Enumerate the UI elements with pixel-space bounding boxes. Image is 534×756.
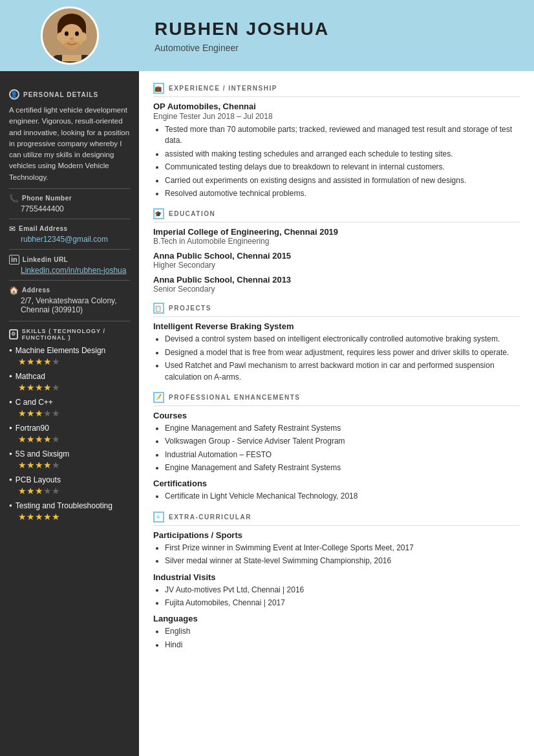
list-item: Designed a model that is free from wear …: [165, 347, 520, 358]
skill-stars: ★★★★★: [9, 382, 130, 393]
list-item: First Prize winner in Swimming Event at …: [165, 543, 520, 554]
header-content: RUBHEN JOSHUA Automotive Engineer: [155, 19, 329, 53]
list-item: Certificate in Light Vehicle Mechanical …: [165, 491, 520, 502]
list-item: Tested more than 70 automobile parts; tr…: [165, 124, 520, 147]
list-item: Carried out experiments on existing desi…: [165, 175, 520, 186]
certs-list: Certificate in Light Vehicle Mechanical …: [153, 491, 520, 502]
svg-rect-11: [62, 55, 81, 61]
list-item: assisted with making testing schedules a…: [165, 149, 520, 160]
skills-icon: ⚙: [9, 329, 18, 340]
skill-item: ● Machine Elements Design ★★★★★: [9, 346, 130, 367]
projects-title: 📋 PROJECTS: [153, 303, 520, 317]
main-content: 💼 EXPERIENCE / INTERNSHIP OP Automobiles…: [139, 71, 534, 756]
svg-point-8: [70, 38, 74, 40]
email-value: rubher12345@gmail.com: [9, 235, 130, 244]
skill-item: ● Testing and Troubleshooting ★★★★★: [9, 501, 130, 522]
edu-degree: Higher Secondary: [153, 261, 520, 270]
edu-entry: Anna Public School, Chennai 2015 Higher …: [153, 251, 520, 270]
edu-degree: B.Tech in Automobile Engineering: [153, 237, 520, 246]
skill-stars: ★★★★★: [9, 356, 130, 367]
projects-section: 📋 PROJECTS Intelligent Reverse Braking S…: [153, 303, 520, 383]
skill-stars: ★★★★★: [9, 512, 130, 522]
courses-heading: Courses: [153, 411, 520, 420]
industrial-heading: Industrial Visits: [153, 572, 520, 582]
skill-name: Machine Elements Design: [16, 346, 105, 355]
linkedin-icon: in: [9, 255, 19, 265]
skill-item: ● PCB Layouts ★★★★★: [9, 475, 130, 496]
skill-item: ● 5S and Sixsigm ★★★★★: [9, 449, 130, 470]
email-section: ✉ Email Address rubher12345@gmail.com: [9, 224, 130, 244]
email-icon: ✉: [9, 224, 16, 233]
candidate-name: RUBHEN JOSHUA: [155, 19, 329, 39]
skills-section: ⚙ SKILLS ( TECHNOLOGY / FUNCTIONAL ) ● M…: [9, 328, 130, 522]
skill-item: ● C and C++ ★★★★★: [9, 398, 130, 418]
address-icon: 🏠: [9, 286, 19, 295]
enhancements-icon: 📝: [153, 392, 164, 403]
skill-item: ● Mathcad ★★★★★: [9, 372, 130, 393]
sidebar: 👤 PERSONAL DETAILS A certified light veh…: [0, 71, 139, 756]
list-item: Used Ratchet and Pawl mechanism to arres…: [165, 360, 520, 383]
project-name: Intelligent Reverse Braking System: [153, 321, 520, 331]
enhancements-section: 📝 PROFESSIONAL ENHANCEMENTS Courses Engi…: [153, 392, 520, 502]
edu-entry: Imperial College of Engineering, Chennai…: [153, 227, 520, 246]
list-item: English: [165, 626, 520, 637]
phone-value: 7755444400: [9, 204, 130, 213]
skill-name: Testing and Troubleshooting: [16, 501, 112, 510]
edu-school: Anna Public School, Chennai 2013: [153, 275, 520, 285]
personal-section: 👤 PERSONAL DETAILS A certified light veh…: [9, 89, 130, 314]
education-icon: 🎓: [153, 208, 164, 219]
svg-point-4: [57, 32, 63, 41]
bio-text: A certified light vehicle development en…: [9, 105, 130, 183]
avatar: [41, 6, 99, 65]
skills-section-title: ⚙ SKILLS ( TECHNOLOGY / FUNCTIONAL ): [9, 328, 130, 341]
email-label: Email Address: [19, 225, 68, 232]
skill-item: ● Fortran90 ★★★★★: [9, 424, 130, 444]
list-item: JV Auto-motives Pvt Ltd, Chennai | 2016: [165, 585, 520, 596]
skill-stars: ★★★★★: [9, 486, 130, 496]
job-role: Engine Tester Jun 2018 – Jul 2018: [153, 112, 520, 121]
phone-section: 📞 Phone Number 7755444400: [9, 194, 130, 213]
skill-stars: ★★★★★: [9, 434, 130, 444]
skill-stars: ★★★★★: [9, 460, 130, 470]
education-entries: Imperial College of Engineering, Chennai…: [153, 227, 520, 294]
skill-stars: ★★★★★: [9, 408, 130, 418]
list-item: Devised a control system based on intell…: [165, 334, 520, 345]
skill-name: C and C++: [16, 398, 53, 407]
person-icon: 👤: [9, 89, 19, 100]
sports-heading: Participations / Sports: [153, 530, 520, 540]
experience-icon: 💼: [153, 83, 164, 94]
address-section: 🏠 Address 2/7, Venkateshwara Colony, Che…: [9, 286, 130, 314]
projects-icon: 📋: [153, 303, 164, 314]
list-item: Resolved automotive technical problems.: [165, 188, 520, 199]
phone-label: Phone Number: [22, 195, 72, 202]
svg-point-5: [80, 32, 87, 41]
list-item: Silver medal winner at State-level Swimm…: [165, 556, 520, 567]
certs-heading: Certifications: [153, 479, 520, 488]
skill-name: Fortran90: [16, 424, 49, 433]
extra-title: + EXTRA-CURRICULAR: [153, 512, 520, 526]
phone-icon: 📞: [9, 194, 19, 203]
skills-list: ● Machine Elements Design ★★★★★ ● Mathca…: [9, 346, 130, 522]
experience-title: 💼 EXPERIENCE / INTERNSHIP: [153, 83, 520, 97]
skill-name: 5S and Sixsigm: [16, 449, 69, 459]
industrial-list: JV Auto-motives Pvt Ltd, Chennai | 2016F…: [153, 585, 520, 609]
edu-entry: Anna Public School, Chennai 2013 Senior …: [153, 275, 520, 294]
company-name: OP Automobiles, Chennai: [153, 102, 520, 111]
lang-heading: Languages: [153, 614, 520, 623]
list-item: Communicated testing delays due to break…: [165, 162, 520, 173]
education-section: 🎓 EDUCATION Imperial College of Engineer…: [153, 208, 520, 294]
education-title: 🎓 EDUCATION: [153, 208, 520, 222]
svg-point-7: [75, 32, 79, 36]
candidate-title: Automotive Engineer: [155, 43, 329, 53]
list-item: Fujita Automobiles, Chennai | 2017: [165, 598, 520, 609]
experience-bullets: Tested more than 70 automobile parts; tr…: [153, 124, 520, 199]
linkedin-section: in Linkedin URL Linkedin.com/in/rubhen-j…: [9, 255, 130, 275]
edu-school: Anna Public School, Chennai 2015: [153, 251, 520, 261]
list-item: Hindi: [165, 640, 520, 651]
list-item: Volkswagen Group - Service Adviser Talen…: [165, 436, 520, 447]
enhancements-title: 📝 PROFESSIONAL ENHANCEMENTS: [153, 392, 520, 406]
svg-point-9: [63, 41, 81, 50]
linkedin-label: Linkedin URL: [23, 256, 68, 263]
experience-section: 💼 EXPERIENCE / INTERNSHIP OP Automobiles…: [153, 83, 520, 199]
list-item: Industrial Automation – FESTO: [165, 449, 520, 460]
